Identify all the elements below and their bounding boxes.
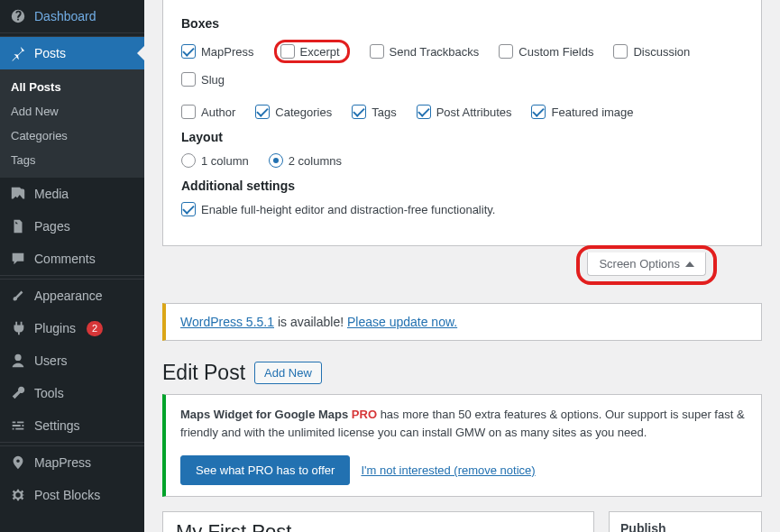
menu-appearance[interactable]: Appearance bbox=[0, 280, 144, 312]
menu-media[interactable]: Media bbox=[0, 178, 144, 210]
submenu-add-new[interactable]: Add New bbox=[0, 99, 144, 124]
additional-label: Enable full-height editor and distractio… bbox=[201, 203, 495, 216]
location-icon bbox=[9, 454, 27, 472]
media-icon bbox=[9, 185, 27, 203]
checkbox-label: Discussion bbox=[633, 45, 690, 59]
radio-1-column[interactable] bbox=[181, 153, 196, 168]
menu-label: Post Blocks bbox=[34, 488, 100, 502]
radio-2-columns[interactable] bbox=[269, 153, 283, 168]
menu-label: MapPress bbox=[34, 455, 91, 470]
submenu-tags[interactable]: Tags bbox=[0, 148, 144, 172]
promo-notice: Maps Widget for Google Maps PRO has more… bbox=[162, 394, 762, 497]
menu-posts[interactable]: Posts bbox=[0, 37, 144, 69]
menu-plugins[interactable]: Plugins 2 bbox=[0, 312, 144, 344]
submenu-all-posts[interactable]: All Posts bbox=[0, 75, 144, 99]
screen-options-label: Screen Options bbox=[599, 257, 680, 271]
publish-heading: Publish bbox=[610, 512, 761, 532]
screen-options-toggle[interactable]: Screen Options bbox=[587, 252, 706, 276]
checkbox-label: MapPress bbox=[201, 45, 254, 59]
layout-heading: Layout bbox=[181, 130, 743, 144]
promo-dismiss-link[interactable]: I'm not interested (remove notice) bbox=[361, 462, 535, 480]
submenu-categories[interactable]: Categories bbox=[0, 124, 144, 148]
checkbox-featured-image[interactable] bbox=[531, 105, 546, 119]
menu-label: Appearance bbox=[34, 289, 103, 303]
menu-pages[interactable]: Pages bbox=[0, 210, 144, 243]
checkbox-categories[interactable] bbox=[255, 105, 270, 119]
page-title: Edit Post bbox=[162, 361, 245, 385]
menu-label: Media bbox=[34, 187, 69, 201]
checkbox-excerpt[interactable] bbox=[280, 44, 295, 59]
radio-label: 2 columns bbox=[289, 154, 342, 168]
pin-icon bbox=[9, 44, 27, 62]
plugin-update-badge: 2 bbox=[87, 321, 103, 336]
pages-icon bbox=[9, 217, 27, 235]
menu-postblocks[interactable]: Post Blocks bbox=[0, 479, 144, 511]
checkbox-label: Author bbox=[201, 105, 235, 119]
checkbox-label: Custom Fields bbox=[518, 45, 593, 59]
menu-label: Settings bbox=[34, 418, 80, 433]
menu-label: Dashboard bbox=[34, 9, 96, 23]
promo-cta-button[interactable]: See what PRO has to offer bbox=[180, 455, 350, 485]
radio-label: 1 column bbox=[201, 154, 249, 168]
menu-label: Comments bbox=[34, 252, 96, 266]
annotation-highlight-tab: Screen Options bbox=[576, 245, 717, 285]
post-title-input[interactable] bbox=[172, 518, 584, 532]
page-header: Edit Post Add New bbox=[162, 361, 762, 385]
dashboard-icon bbox=[9, 7, 27, 25]
sliders-icon bbox=[9, 417, 27, 435]
menu-label: Posts bbox=[34, 46, 66, 60]
checkbox-label: Tags bbox=[372, 105, 396, 119]
update-text: is available! bbox=[274, 315, 347, 329]
menu-comments[interactable]: Comments bbox=[0, 243, 144, 275]
checkbox-label: Featured image bbox=[551, 105, 633, 119]
checkbox-label: Categories bbox=[275, 105, 332, 119]
editor-row: Permalink: http://localhost/bipin/2020/0… bbox=[162, 511, 762, 532]
admin-sidebar: Dashboard Posts All Posts Add New Catego… bbox=[0, 0, 144, 532]
checkbox-label: Send Trackbacks bbox=[390, 45, 480, 59]
comments-icon bbox=[9, 250, 27, 268]
screen-options-panel: Boxes MapPressExcerptSend TrackbacksCust… bbox=[162, 0, 762, 246]
checkbox-label: Post Attributes bbox=[436, 105, 512, 119]
boxes-heading: Boxes bbox=[181, 16, 743, 31]
checkbox-label: Slug bbox=[201, 73, 225, 87]
submenu-posts: All Posts Add New Categories Tags bbox=[0, 69, 144, 178]
publish-metabox: Publish Save Draft bbox=[609, 511, 762, 532]
annotation-highlight-excerpt: Excerpt bbox=[274, 40, 350, 63]
checkbox-label: Excerpt bbox=[300, 45, 340, 59]
checkbox-tags[interactable] bbox=[352, 105, 366, 119]
checkbox-slug[interactable] bbox=[181, 72, 196, 87]
additional-heading: Additional settings bbox=[181, 179, 743, 193]
menu-label: Pages bbox=[34, 219, 70, 234]
menu-users[interactable]: Users bbox=[0, 344, 144, 377]
main-content: Boxes MapPressExcerptSend TrackbacksCust… bbox=[144, 0, 780, 532]
update-now-link[interactable]: Please update now. bbox=[347, 315, 457, 329]
plug-icon bbox=[9, 319, 27, 337]
gear-icon bbox=[9, 486, 27, 504]
checkbox-author[interactable] bbox=[181, 105, 196, 119]
checkbox-post-attributes[interactable] bbox=[417, 105, 431, 119]
chevron-up-icon bbox=[685, 261, 694, 267]
checkbox-mappress[interactable] bbox=[181, 44, 196, 59]
update-notice: WordPress 5.5.1 is available! Please upd… bbox=[162, 303, 762, 341]
layout-row: 1 column2 columns bbox=[181, 153, 743, 168]
boxes-row: MapPressExcerptSend TrackbacksCustom Fie… bbox=[181, 40, 743, 119]
title-column: Permalink: http://localhost/bipin/2020/0… bbox=[162, 511, 594, 532]
menu-settings[interactable]: Settings bbox=[0, 409, 144, 442]
menu-dashboard[interactable]: Dashboard bbox=[0, 0, 144, 32]
promo-text: Maps Widget for Google Maps PRO has more… bbox=[180, 406, 747, 441]
menu-mappress[interactable]: MapPress bbox=[0, 446, 144, 479]
checkbox-discussion[interactable] bbox=[613, 44, 628, 59]
user-icon bbox=[9, 352, 27, 370]
brush-icon bbox=[9, 287, 27, 305]
screen-options-tab-row: Screen Options bbox=[144, 245, 780, 285]
checkbox-custom-fields[interactable] bbox=[499, 44, 513, 59]
add-new-button[interactable]: Add New bbox=[254, 362, 322, 384]
wrench-icon bbox=[9, 384, 27, 402]
checkbox-send-trackbacks[interactable] bbox=[370, 44, 384, 59]
update-version-link[interactable]: WordPress 5.5.1 bbox=[180, 315, 274, 329]
additional-row: Enable full-height editor and distractio… bbox=[181, 202, 743, 216]
menu-label: Users bbox=[34, 353, 68, 368]
menu-tools[interactable]: Tools bbox=[0, 377, 144, 409]
menu-label: Plugins bbox=[34, 321, 76, 335]
additional-checkbox[interactable] bbox=[181, 202, 196, 216]
